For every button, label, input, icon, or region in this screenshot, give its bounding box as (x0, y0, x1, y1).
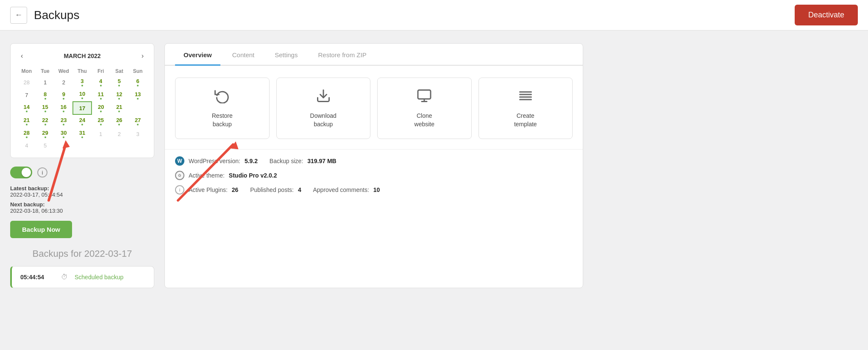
calendar-day (128, 102, 147, 114)
calendar-day[interactable]: 28 (17, 76, 36, 89)
calendar-day-header-wed: Wed (54, 67, 73, 76)
calendar-week-1: 78910111213 (17, 89, 147, 102)
calendar-day-header-sat: Sat (110, 67, 129, 76)
calendar-day (73, 140, 92, 151)
plugins-icon: i (175, 185, 184, 194)
calendar-day[interactable]: 9 (54, 89, 73, 102)
backup-toggle[interactable] (10, 167, 32, 178)
posts-label: Published posts: (250, 186, 294, 193)
calendar-day[interactable]: 12 (110, 89, 129, 102)
calendar-day[interactable]: 27 (128, 114, 147, 128)
calendar-day[interactable]: 30 (54, 128, 73, 140)
calendar-day[interactable]: 20 (92, 102, 110, 114)
calendar-week-2: 141516172021 (17, 102, 147, 114)
latest-backup-value: 2022-03-17, 05:44:54 (10, 192, 63, 198)
calendar-day[interactable]: 14 (17, 102, 36, 114)
download-backup-card[interactable]: Download backup (276, 78, 371, 139)
calendar-day[interactable]: 15 (36, 102, 55, 114)
comments-label: Approved comments: (313, 186, 369, 193)
calendar-grid: MonTueWedThuFriSatSun 281234567891011121… (17, 67, 147, 151)
calendar-day[interactable]: 17 (73, 102, 92, 114)
comments-value: 10 (373, 186, 380, 193)
create-template-icon (518, 88, 533, 107)
calendar-day (92, 140, 110, 151)
wp-version-label: WordPress version: (189, 158, 240, 164)
calendar-day[interactable]: 4 (17, 140, 36, 151)
calendar-day[interactable]: 24 (73, 114, 92, 128)
deactivate-button[interactable]: Deactivate (795, 5, 858, 25)
back-icon: ← (15, 11, 22, 19)
calendar-day-header-thu: Thu (73, 67, 92, 76)
calendar-day[interactable]: 10 (73, 89, 92, 102)
theme-row: ✿ Active theme: Studio Pro v2.0.2 (175, 171, 573, 180)
calendar-day[interactable]: 21 (110, 102, 129, 114)
toggle-row: i (10, 167, 154, 178)
theme-value: Studio Pro v2.0.2 (229, 172, 277, 179)
tab-settings[interactable]: Settings (266, 44, 306, 66)
backup-size-label: Backup size: (270, 158, 303, 164)
right-panel: OverviewContentSettingsRestore from ZIP … (164, 43, 583, 288)
wp-version-row: W WordPress version: 5.9.2 Backup size: … (175, 156, 573, 166)
main-content: ‹ MARCH 2022 › MonTueWedThuFriSatSun 281… (0, 31, 593, 301)
calendar-day[interactable]: 21 (17, 114, 36, 128)
calendar-header: ‹ MARCH 2022 › (17, 50, 147, 61)
site-info: W WordPress version: 5.9.2 Backup size: … (165, 149, 583, 210)
latest-backup-row: Latest backup: 2022-03-17, 05:44:54 (10, 185, 154, 198)
calendar-day[interactable]: 1 (36, 76, 55, 89)
backup-list-item[interactable]: 05:44:54 ⏱ Scheduled backup (10, 266, 154, 288)
wordpress-icon: W (175, 156, 184, 166)
calendar-day[interactable]: 1 (92, 128, 110, 140)
calendar-day[interactable]: 5 (110, 76, 129, 89)
calendar-card: ‹ MARCH 2022 › MonTueWedThuFriSatSun 281… (10, 43, 154, 158)
calendar-day-header-sun: Sun (128, 67, 147, 76)
calendar-day[interactable]: 4 (92, 76, 110, 89)
calendar-day[interactable]: 2 (54, 76, 73, 89)
clone-website-label: Clone website (415, 112, 434, 128)
calendar-day[interactable]: 16 (54, 102, 73, 114)
calendar-next-button[interactable]: › (138, 50, 147, 61)
calendar-day[interactable]: 28 (17, 128, 36, 140)
calendar-prev-button[interactable]: ‹ (17, 50, 26, 61)
plugins-row: i Active Plugins: 26 Published posts: 4 … (175, 185, 573, 194)
calendar-day[interactable]: 7 (17, 89, 36, 102)
calendar-day[interactable]: 13 (128, 89, 147, 102)
restore-backup-card[interactable]: Restore backup (175, 78, 270, 139)
backup-now-button[interactable]: Backup Now (10, 221, 72, 238)
calendar-week-5: 45 (17, 140, 147, 151)
calendar-day[interactable]: 22 (36, 114, 55, 128)
tabs-row: OverviewContentSettingsRestore from ZIP (165, 44, 583, 66)
plugins-label: Active Plugins: (189, 186, 228, 193)
calendar-day[interactable]: 29 (36, 128, 55, 140)
left-panel: ‹ MARCH 2022 › MonTueWedThuFriSatSun 281… (10, 43, 154, 288)
restore-backup-label: Restore backup (212, 112, 233, 128)
calendar-month-label: MARCH 2022 (64, 53, 100, 59)
theme-label: Active theme: (189, 172, 225, 179)
calendar-day[interactable]: 3 (128, 128, 147, 140)
backup-list: 05:44:54 ⏱ Scheduled backup (10, 266, 154, 288)
backup-time: 05:44:54 (20, 274, 54, 281)
clone-website-card[interactable]: Clone website (377, 78, 472, 139)
info-icon[interactable]: i (37, 167, 47, 178)
calendar-day[interactable]: 2 (110, 128, 129, 140)
svg-rect-1 (418, 90, 431, 99)
header: ← Backups Deactivate (0, 0, 868, 31)
calendar-week-0: 28123456 (17, 76, 147, 89)
calendar-day[interactable]: 11 (92, 89, 110, 102)
calendar-day[interactable]: 6 (128, 76, 147, 89)
calendar-day[interactable]: 23 (54, 114, 73, 128)
calendar-day[interactable]: 8 (36, 89, 55, 102)
tab-overview[interactable]: Overview (175, 44, 220, 66)
tab-restore-from-zip[interactable]: Restore from ZIP (309, 44, 375, 66)
calendar-day[interactable]: 5 (36, 140, 55, 151)
calendar-day[interactable]: 25 (92, 114, 110, 128)
calendar-day-header-tue: Tue (36, 67, 55, 76)
create-template-card[interactable]: Create template (479, 78, 573, 139)
back-button[interactable]: ← (10, 7, 27, 24)
backup-meta: Latest backup: 2022-03-17, 05:44:54 Next… (10, 185, 154, 214)
calendar-day[interactable]: 31 (73, 128, 92, 140)
calendar-day (110, 140, 129, 151)
calendar-day[interactable]: 26 (110, 114, 129, 128)
backups-for-label: Backups for 2022-03-17 (10, 248, 154, 259)
tab-content[interactable]: Content (224, 44, 263, 66)
calendar-day[interactable]: 3 (73, 76, 92, 89)
